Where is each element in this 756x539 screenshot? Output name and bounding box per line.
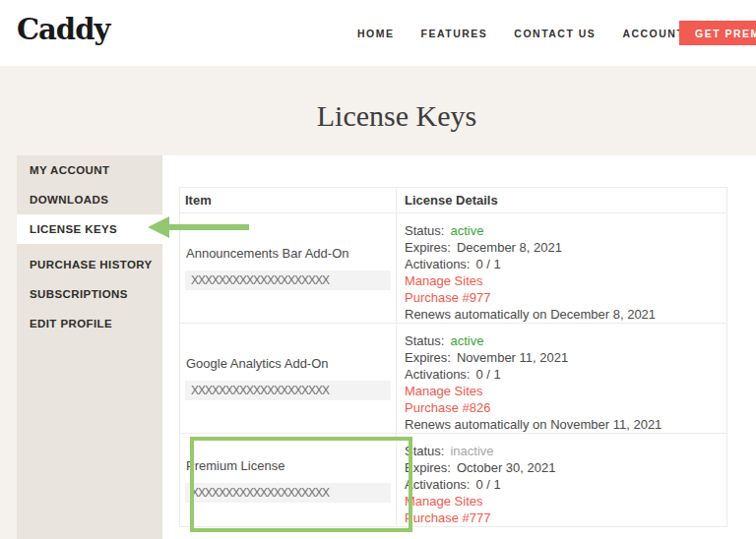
expires-label: Expires: [405,350,451,365]
status-value: active [450,333,483,348]
status-label: Status: [405,223,444,238]
purchase-link[interactable]: Purchase #826 [405,399,726,416]
table-row-item-premium-license: Premium License XXXXXXXXXXXXXXXXXXXX [180,434,397,526]
manage-sites-link[interactable]: Manage Sites [405,493,726,509]
main-content: MY ACCOUNT DOWNLOADS LICENSE KEYS PURCHA… [0,155,756,539]
nav-link-account[interactable]: ACCOUNT [622,28,684,39]
nav-link-features[interactable]: FEATURES [421,28,488,39]
expires-value: December 8, 2021 [457,240,562,255]
get-premium-button[interactable]: GET PREMIUM [679,21,756,45]
column-header-item: Item [180,188,397,213]
table-row-item-google-analytics: Google Analytics Add-On XXXXXXXXXXXXXXXX… [180,324,397,434]
nav-link-contact-us[interactable]: CONTACT US [514,28,596,39]
expires-line: Expires:December 8, 2021 [405,239,726,256]
activations-line: Activations:0 / 1 [405,366,726,383]
license-key-field[interactable]: XXXXXXXXXXXXXXXXXXXX [185,483,391,503]
activations-label: Activations: [405,477,470,492]
sidebar-item-license-keys[interactable]: LICENSE KEYS [17,214,162,244]
account-sidebar: MY ACCOUNT DOWNLOADS LICENSE KEYS PURCHA… [17,155,162,539]
main-nav: HOME FEATURES CONTACT US ACCOUNT [357,0,684,66]
activations-line: Activations:0 / 1 [405,476,726,493]
status-line: Status:active [405,332,726,349]
activations-value: 0 / 1 [475,257,500,271]
activations-value: 0 / 1 [475,477,500,492]
manage-sites-link[interactable]: Manage Sites [405,272,726,289]
green-arrow-icon [148,216,169,238]
nav-link-home[interactable]: HOME [357,28,395,39]
sidebar-item-subscriptions[interactable]: SUBSCRIPTIONS [17,279,162,309]
status-value: inactive [450,444,493,458]
activations-line: Activations:0 / 1 [405,256,726,272]
page-left-margin [0,155,17,539]
expires-value: November 11, 2021 [457,350,568,365]
sidebar-item-downloads[interactable]: DOWNLOADS [17,185,162,214]
activations-value: 0 / 1 [475,367,500,382]
item-name: Google Analytics Add-On [185,356,391,371]
table-row-details-premium-license: Status:inactive Expires:October 30, 2021… [397,434,726,526]
table-row-details-announcements-bar: Status:active Expires:December 8, 2021 A… [397,213,726,324]
page-title: License Keys [19,99,756,133]
status-line: Status:inactive [405,443,726,459]
title-band: License Keys [0,66,756,155]
renews-line: Renews automatically on December 8, 2021 [405,306,726,323]
sidebar-item-edit-profile[interactable]: EDIT PROFILE [17,309,162,338]
purchase-link[interactable]: Purchase #977 [405,289,726,306]
sidebar-item-my-account[interactable]: MY ACCOUNT [17,155,162,185]
table-row-details-google-analytics: Status:active Expires:November 11, 2021 … [397,324,726,434]
activations-label: Activations: [405,367,470,382]
manage-sites-link[interactable]: Manage Sites [405,383,726,399]
expires-line: Expires:October 30, 2021 [405,459,726,476]
sidebar-item-purchase-history[interactable]: PURCHASE HISTORY [17,250,162,279]
license-key-field[interactable]: XXXXXXXXXXXXXXXXXXXX [185,270,391,290]
status-line: Status:active [405,222,726,239]
status-value: active [450,223,483,238]
item-name: Premium License [185,458,391,473]
expires-value: October 30, 2021 [457,460,555,475]
activations-label: Activations: [405,257,470,271]
license-keys-table: Item License Details Announcements Bar A… [179,187,727,527]
status-label: Status: [405,333,444,348]
item-name: Announcements Bar Add-On [185,246,391,261]
status-label: Status: [405,444,444,458]
license-key-field[interactable]: XXXXXXXXXXXXXXXXXXXX [185,381,391,400]
column-header-license-details: License Details [397,188,726,213]
expires-line: Expires:November 11, 2021 [405,349,726,366]
top-navbar: Caddy HOME FEATURES CONTACT US ACCOUNT G… [0,0,756,66]
expires-label: Expires: [405,460,451,475]
renews-line: Renews automatically on November 11, 202… [405,416,726,433]
expires-label: Expires: [405,240,451,255]
brand-logo[interactable]: Caddy [17,13,109,46]
purchase-link[interactable]: Purchase #777 [405,509,726,526]
green-arrow-tail [167,224,249,230]
